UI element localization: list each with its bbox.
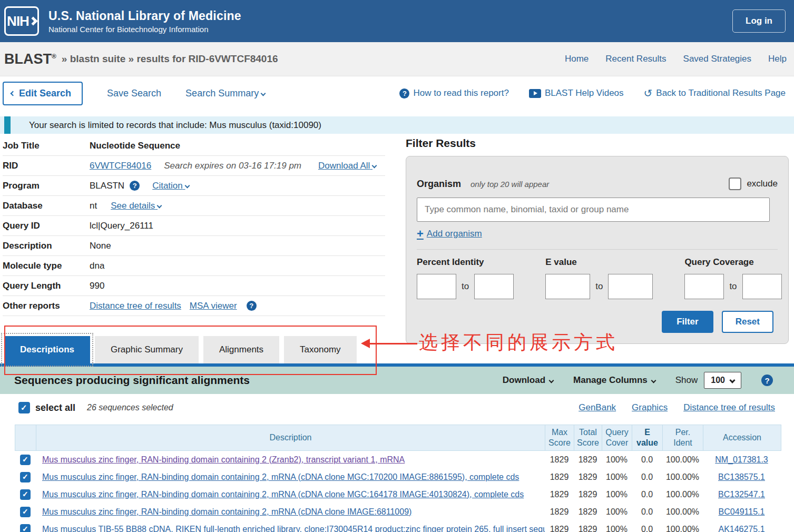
top-header: NIH U.S. National Library of Medicine Na… (0, 0, 794, 42)
accession-link[interactable]: BC132547.1 (718, 490, 765, 499)
show-label: Show (675, 375, 698, 386)
row-checkbox[interactable] (20, 489, 31, 500)
top-nav: Home Recent Results Saved Strategies Hel… (565, 54, 787, 64)
row-checkbox[interactable] (20, 455, 31, 465)
tab-taxonomy[interactable]: Taxonomy (284, 336, 356, 363)
results-table: Description Max Score Total Score Query … (15, 425, 781, 532)
header-total-score[interactable]: Total Score (574, 425, 602, 450)
query-id-row: Query ID lcl|Query_26111 (3, 216, 385, 236)
query-id-value: lcl|Query_26111 (90, 221, 153, 231)
to-label: to (462, 281, 469, 292)
program-row: Program BLASTN ? Citation (3, 176, 385, 196)
genbank-link[interactable]: GenBank (579, 402, 616, 413)
query-coverage-max-input[interactable] (742, 274, 782, 299)
sequence-description-link[interactable]: Mus musculus zinc finger, RAN-binding do… (42, 472, 519, 481)
selection-bar: select all 26 sequences selected GenBank… (0, 394, 794, 421)
exclude-checkbox[interactable] (729, 178, 741, 190)
organism-label: Organism (417, 179, 461, 190)
job-title-row: Job Title Nucleotide Sequence (3, 136, 385, 156)
citation-link[interactable]: Citation (152, 181, 189, 191)
filter-panel-body: Organism only top 20 will appear exclude… (406, 156, 789, 344)
results-controls: Download Manage Columns Show 100 ? (503, 372, 773, 389)
see-details-link[interactable]: See details (111, 201, 161, 211)
other-reports-row: Other reports Distance tree of results M… (3, 296, 385, 316)
filter-button[interactable]: Filter (662, 311, 713, 333)
blast-brand[interactable]: BLAST® (4, 51, 56, 67)
per-ident-value: 100.00% (662, 472, 703, 482)
tab-descriptions[interactable]: Descriptions (4, 336, 90, 363)
evalue-max-input[interactable] (608, 274, 653, 299)
download-all-link[interactable]: Download All (318, 161, 376, 171)
organism-input[interactable] (417, 198, 770, 222)
question-circle-icon[interactable]: ? (761, 375, 773, 386)
nav-help[interactable]: Help (768, 54, 787, 64)
login-button[interactable]: Log in (732, 9, 786, 33)
filter-buttons-row: Filter Reset (417, 311, 778, 333)
row-checkbox[interactable] (20, 472, 31, 482)
reset-button[interactable]: Reset (722, 311, 773, 333)
header-accession[interactable]: Accession (703, 425, 781, 450)
accession-link[interactable]: NM_017381.3 (715, 455, 768, 464)
nav-home[interactable]: Home (565, 54, 589, 64)
show-count-select[interactable]: 100 (704, 372, 741, 389)
evalue-value: 0.0 (632, 525, 662, 532)
row-checkbox[interactable] (20, 507, 31, 517)
job-title-value: Nucleotide Sequence (90, 141, 180, 151)
accession-link[interactable]: BC138575.1 (718, 472, 765, 481)
percent-identity-min-input[interactable] (417, 274, 456, 299)
select-all-label: select all (35, 402, 75, 413)
question-circle-icon[interactable]: ? (130, 181, 140, 191)
add-organism-link[interactable]: +Add organism (417, 228, 482, 240)
select-all-checkbox[interactable] (18, 402, 30, 413)
header-max-score[interactable]: Max Score (545, 425, 574, 450)
chevron-down-icon (184, 183, 190, 188)
query-coverage-min-input[interactable] (684, 274, 724, 299)
chevron-down-icon (372, 163, 377, 168)
distance-tree-link[interactable]: Distance tree of results (90, 301, 181, 311)
chevron-down-icon (261, 91, 266, 96)
tab-alignments[interactable]: Alignments (203, 336, 279, 363)
max-score-value: 1829 (545, 525, 574, 532)
chevron-left-icon (11, 91, 16, 96)
header-per-ident[interactable]: Per. Ident (663, 425, 703, 450)
save-search-link[interactable]: Save Search (107, 88, 161, 99)
sequence-description-link[interactable]: Mus musculus zinc finger, RAN-binding do… (42, 490, 524, 499)
nav-recent-results[interactable]: Recent Results (605, 54, 666, 64)
undo-arrow-icon: ↺ (644, 88, 653, 98)
header-query-cover[interactable]: Query Cover (602, 425, 632, 450)
notice-text: Your search is limited to records that i… (0, 120, 321, 131)
row-checkbox[interactable] (20, 524, 31, 532)
filter-divider (417, 249, 778, 250)
action-right: ?How to read this report? BLAST Help Vid… (399, 88, 794, 98)
download-menu[interactable]: Download (503, 375, 553, 386)
results-title: Sequences producing significant alignmen… (14, 374, 250, 387)
header-description[interactable]: Description (36, 425, 545, 450)
back-traditional-link[interactable]: ↺Back to Traditional Results Page (644, 88, 786, 98)
help-videos-link[interactable]: BLAST Help Videos (529, 88, 624, 98)
chevron-down-icon (157, 203, 162, 208)
distance-tree-results-link[interactable]: Distance tree of results (683, 402, 775, 413)
sequence-description-link[interactable]: Mus musculus zinc finger, RAN-binding do… (42, 507, 411, 516)
how-to-read-link[interactable]: ?How to read this report? (399, 88, 508, 98)
evalue-min-input[interactable] (545, 274, 590, 299)
sequence-description-link[interactable]: Mus musculus TIB-55 BB88 cDNA, RIKEN ful… (42, 525, 545, 532)
sequence-description-link[interactable]: Mus musculus zinc finger, RAN-binding do… (42, 455, 405, 464)
site-title: U.S. National Library of Medicine (48, 9, 241, 23)
rid-link[interactable]: 6VWTCF84016 (90, 161, 151, 171)
nav-saved-strategies[interactable]: Saved Strategies (683, 54, 751, 64)
query-cover-value: 100% (602, 525, 632, 532)
query-length-row: Query Length 990 (3, 276, 385, 296)
graphics-link[interactable]: Graphics (632, 402, 668, 413)
nih-logo[interactable]: NIH (4, 6, 39, 36)
accession-link[interactable]: AK146275.1 (718, 525, 764, 532)
header-evalue[interactable]: E value (632, 425, 663, 450)
tab-graphic-summary[interactable]: Graphic Summary (95, 336, 199, 363)
question-circle-icon[interactable]: ? (247, 301, 257, 311)
edit-search-button[interactable]: Edit Search (3, 82, 83, 105)
program-label: Program (3, 181, 90, 191)
search-summary-link[interactable]: Search Summary (185, 88, 265, 99)
msa-viewer-link[interactable]: MSA viewer (190, 301, 237, 311)
accession-link[interactable]: BC049115.1 (719, 507, 765, 516)
manage-columns-menu[interactable]: Manage Columns (573, 375, 655, 386)
percent-identity-max-input[interactable] (474, 274, 514, 299)
